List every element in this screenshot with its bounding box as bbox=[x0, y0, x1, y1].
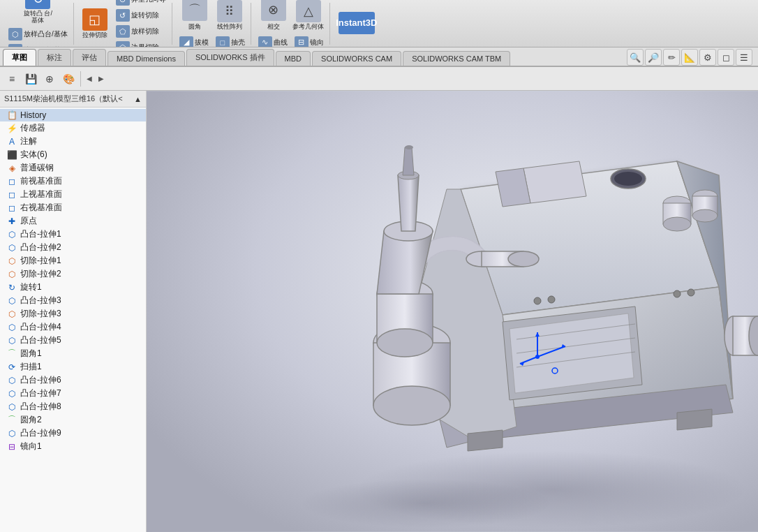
boundary-cut-button[interactable]: ⬠ 边界切除 bbox=[113, 40, 169, 47]
tree-icon-mirror1: ⊟ bbox=[6, 441, 18, 452]
3d-viewport[interactable] bbox=[147, 91, 758, 532]
scroll-right[interactable]: ▶ bbox=[96, 70, 107, 88]
feature-tree-list: 📋History⚡传感器A注解⬛实体(6)◈普通碳钢◻前视基准面◻上视基准面◻右… bbox=[0, 108, 146, 532]
tree-item-boss_pull9[interactable]: ⬡凸台-拉伸9 bbox=[0, 427, 146, 440]
scroll-left[interactable]: ◀ bbox=[84, 70, 95, 88]
linear-pattern-button[interactable]: ⠿ 线性阵列 bbox=[213, 0, 246, 34]
tree-item-cut_pull2[interactable]: ⬡切除-拉伸2 bbox=[0, 267, 146, 281]
tree-icon-fillet2: ⌒ bbox=[6, 415, 18, 426]
tree-item-fillet1[interactable]: ⌒圆角1 bbox=[0, 347, 146, 360]
tree-item-rotate1[interactable]: ↻旋转1 bbox=[0, 281, 146, 294]
tree-icon-origin: ✚ bbox=[6, 216, 18, 227]
tree-label-sketch1: 扫描1 bbox=[20, 361, 42, 373]
search2-button[interactable]: 🔎 bbox=[645, 49, 662, 66]
tree-item-cut_pull1[interactable]: ⬡切除-拉伸1 bbox=[0, 254, 146, 267]
loft-boss-button[interactable]: ⬡ 放样凸台/基体 bbox=[6, 27, 70, 42]
tree-icon-boss_pull6: ⬡ bbox=[6, 375, 18, 386]
tab-mark[interactable]: 标注 bbox=[38, 49, 71, 66]
tree-item-annotation[interactable]: A注解 bbox=[0, 135, 146, 148]
measure-button[interactable]: 📐 bbox=[681, 49, 698, 66]
target-button[interactable]: ⊕ bbox=[40, 70, 59, 88]
menu-button[interactable]: ☰ bbox=[736, 49, 752, 66]
tree-icon-boss_pull5: ⬡ bbox=[6, 335, 18, 346]
tree-item-boss_pull6[interactable]: ⬡凸台-拉伸6 bbox=[0, 374, 146, 387]
draft-button[interactable]: ◢ 拔模 bbox=[177, 35, 211, 48]
tab-mbd-dimensions[interactable]: MBD Dimensions bbox=[107, 51, 185, 66]
tab-solidworks-cam[interactable]: SOLIDWORKS CAM bbox=[312, 51, 401, 66]
tree-item-boss_pull3[interactable]: ⬡凸台-拉伸3 bbox=[0, 294, 146, 307]
tree-item-boss_pull8[interactable]: ⬡凸台-拉伸8 bbox=[0, 400, 146, 413]
tree-item-history[interactable]: 📋History bbox=[0, 109, 146, 121]
rotate-cut-button[interactable]: ↺ 旋转切除 bbox=[113, 8, 169, 23]
tree-item-cut_pull3[interactable]: ⬡切除-拉伸3 bbox=[0, 307, 146, 320]
color-button[interactable]: 🎨 bbox=[59, 70, 77, 88]
tab-mbd[interactable]: MBD bbox=[276, 51, 311, 66]
save-button[interactable]: 💾 bbox=[22, 70, 40, 88]
toolbar-group-cut: ◱ 拉伸切除 ⊙ 异型孔向导 ↺ 旋转切除 ⬠ 放样切除 ⬠ 边界切除 bbox=[75, 3, 172, 45]
extrude-cut-button[interactable]: ◱ 拉伸切除 bbox=[78, 6, 112, 42]
search-button[interactable]: 🔍 bbox=[627, 49, 644, 66]
ref-geometry-button[interactable]: △ 参考几何体 bbox=[292, 0, 325, 34]
tree-label-annotation: 注解 bbox=[20, 135, 37, 147]
tree-icon-solid: ⬛ bbox=[6, 149, 18, 161]
edit-button[interactable]: ✏ bbox=[663, 49, 680, 66]
tree-icon-boss_pull8: ⬡ bbox=[6, 401, 18, 413]
tree-icon-rotate1: ↻ bbox=[6, 282, 18, 293]
tree-item-origin[interactable]: ✚原点 bbox=[0, 214, 146, 228]
tree-label-boss_pull5: 凸台-拉伸5 bbox=[20, 334, 61, 346]
tree-item-boss_pull7[interactable]: ⬡凸台-拉伸7 bbox=[0, 387, 146, 400]
view-button[interactable]: ◻ bbox=[718, 49, 734, 66]
tree-item-sensor[interactable]: ⚡传感器 bbox=[0, 121, 146, 135]
tab-solidworks-cam-tbm[interactable]: SOLIDWORKS CAM TBM bbox=[403, 51, 510, 66]
toolbar-group-boss: ↻ 旋转凸 台/基体 ⬡ 放样凸台/基体 ⬡ 边界凸台/基体 bbox=[3, 3, 74, 45]
settings-button[interactable]: ⚙ bbox=[699, 49, 716, 66]
boundary-boss-button[interactable]: ⬡ 边界凸台/基体 bbox=[6, 43, 70, 47]
tree-item-boss_pull4[interactable]: ⬡凸台-拉伸4 bbox=[0, 320, 146, 334]
main-toolbar: ↻ 旋转凸 台/基体 ⬡ 放样凸台/基体 ⬡ 边界凸台/基体 ◱ 拉伸切除 ⊙ bbox=[0, 0, 758, 47]
tree-icon-annotation: A bbox=[6, 136, 18, 147]
tree-label-origin: 原点 bbox=[20, 215, 37, 227]
mirror-button[interactable]: ⊟ 镜向 bbox=[292, 35, 327, 48]
curve-button[interactable]: ∿ 曲线 bbox=[255, 35, 290, 48]
scroll-up-arrow[interactable]: ▲ bbox=[134, 95, 142, 103]
toolbar-group-refs: ⊗ 相交 △ 参考几何体 ∿ 曲线 ⊟ 镜向 bbox=[253, 3, 330, 45]
tree-item-solid[interactable]: ⬛实体(6) bbox=[0, 148, 146, 161]
svg-point-34 bbox=[405, 145, 413, 149]
rotate-boss-button[interactable]: ↻ 旋转凸 台/基体 bbox=[21, 0, 54, 25]
tree-item-mirror1[interactable]: ⊟镜向1 bbox=[0, 440, 146, 453]
instant3d-button[interactable]: Instant3D bbox=[334, 6, 379, 42]
toolbar-group-fillet: ⌒ 圆角 ⠿ 线性阵列 ◢ 拔模 □ 抽壳 bbox=[174, 3, 251, 45]
tree-item-carbon_steel[interactable]: ◈普通碳钢 bbox=[0, 161, 146, 175]
tree-item-boss_pull2[interactable]: ⬡凸台-拉伸2 bbox=[0, 241, 146, 254]
fillet-button[interactable]: ⌒ 圆角 bbox=[178, 0, 211, 34]
fillet-icon: ⌒ bbox=[182, 0, 207, 21]
tree-title: S1115M柴油机模型三维16（默认< bbox=[4, 94, 123, 104]
intersect-button[interactable]: ⊗ 相交 bbox=[257, 0, 290, 34]
tree-icon-boss_pull3: ⬡ bbox=[6, 295, 18, 306]
tree-item-boss_pull5[interactable]: ⬡凸台-拉伸5 bbox=[0, 334, 146, 347]
loft-cut-button[interactable]: ⬠ 放样切除 bbox=[113, 24, 169, 39]
tree-item-fillet2[interactable]: ⌒圆角2 bbox=[0, 413, 146, 427]
tree-header: S1115M柴油机模型三维16（默认< ▲ bbox=[0, 91, 146, 108]
shell-icon: □ bbox=[216, 36, 230, 48]
tree-label-fillet1: 圆角1 bbox=[20, 348, 42, 360]
list-view-button[interactable]: ≡ bbox=[3, 70, 21, 88]
hole-wizard-button[interactable]: ⊙ 异型孔向导 bbox=[113, 0, 169, 7]
tree-icon-top_ref: ◻ bbox=[6, 189, 18, 200]
tab-solidworks-plugin[interactable]: SOLIDWORKS 插件 bbox=[186, 49, 274, 66]
ref-geometry-icon: △ bbox=[296, 0, 321, 22]
svg-marker-10 bbox=[523, 161, 586, 203]
tab-draft[interactable]: 草图 bbox=[3, 49, 36, 66]
tree-item-top_ref[interactable]: ◻上视基准面 bbox=[0, 188, 146, 201]
svg-point-54 bbox=[688, 289, 694, 296]
tree-label-history: History bbox=[20, 110, 46, 120]
tree-item-boss_pull1[interactable]: ⬡凸台-拉伸1 bbox=[0, 228, 146, 241]
shell-button[interactable]: □ 抽壳 bbox=[213, 35, 248, 48]
tree-label-boss_pull9: 凸台-拉伸9 bbox=[20, 427, 61, 439]
tab-evaluate[interactable]: 评估 bbox=[73, 49, 106, 66]
tree-item-front_ref[interactable]: ◻前视基准面 bbox=[0, 175, 146, 188]
tree-label-boss_pull1: 凸台-拉伸1 bbox=[20, 228, 61, 240]
tree-label-top_ref: 上视基准面 bbox=[20, 189, 62, 200]
tree-item-sketch1[interactable]: ⟳扫描1 bbox=[0, 360, 146, 374]
tree-item-right_ref[interactable]: ◻右视基准面 bbox=[0, 201, 146, 214]
